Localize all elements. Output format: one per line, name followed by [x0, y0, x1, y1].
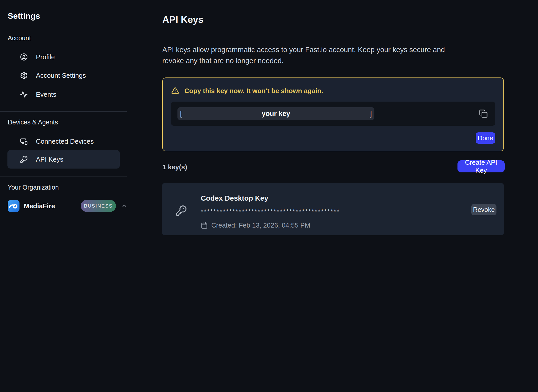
sidebar-title: Settings [8, 11, 40, 21]
done-button[interactable]: Done [476, 132, 495, 144]
close-bracket: ] [370, 110, 372, 118]
copy-icon [479, 109, 488, 118]
copy-key-button[interactable] [478, 109, 489, 119]
page-description-line1: API keys allow programmatic access to yo… [162, 44, 445, 55]
sidebar-item-label: API Keys [36, 155, 63, 163]
plan-badge: BUSINESS [81, 200, 116, 212]
create-api-key-button[interactable]: Create API Key [457, 160, 505, 172]
settings-page: { "sidebar": { "title": "Settings", "sec… [0, 0, 538, 392]
api-key-field[interactable]: [ your key ] [171, 102, 495, 126]
sidebar-item-label: Account Settings [36, 72, 86, 80]
calendar-icon [201, 222, 208, 229]
section-label-devices-agents: Devices & Agents [8, 119, 58, 126]
settings-sidebar: Settings Account Profile Account Setting… [0, 0, 136, 392]
sidebar-item-profile[interactable]: Profile [7, 48, 120, 66]
copy-key-warning-banner: Copy this key now. It won't be shown aga… [162, 77, 504, 151]
activity-icon [20, 91, 28, 98]
sidebar-item-label: Profile [36, 53, 55, 61]
api-key-card-body: Codex Desktop Key **********************… [201, 194, 340, 229]
masked-key-value: ****************************************… [201, 208, 340, 215]
chevron-up-icon[interactable] [121, 203, 127, 209]
mediafire-logo [8, 200, 19, 212]
created-row: Created: Feb 13, 2026, 04:55 PM [201, 221, 340, 229]
sidebar-divider [0, 111, 127, 112]
revoke-button[interactable]: Revoke [471, 204, 496, 215]
organization-row[interactable]: MediaFire BUSINESS [0, 200, 136, 212]
api-key-card: Codex Desktop Key **********************… [162, 183, 504, 235]
gear-icon [20, 72, 28, 79]
page-description-line2: revoke any that are no longer needed. [162, 55, 445, 66]
warning-row: Copy this key now. It won't be shown aga… [171, 87, 323, 95]
api-key-selected-text[interactable]: [ your key ] [177, 107, 374, 120]
section-label-account: Account [8, 34, 31, 42]
section-label-your-organization: Your Organization [8, 184, 59, 191]
organization-name: MediaFire [24, 202, 55, 210]
sidebar-item-connected-devices[interactable]: Connected Devices [7, 132, 120, 151]
sidebar-divider [0, 176, 127, 177]
warning-message: Copy this key now. It won't be shown aga… [184, 87, 323, 95]
sidebar-item-account-settings[interactable]: Account Settings [7, 66, 120, 85]
sidebar-item-label: Events [36, 91, 56, 99]
keys-count: 1 key(s) [162, 163, 187, 171]
page-description: API keys allow programmatic access to yo… [162, 44, 445, 66]
page-title: API Keys [162, 14, 203, 25]
monitor-smartphone-icon [20, 138, 28, 145]
open-bracket: [ [180, 110, 182, 118]
api-key-value: your key [262, 110, 290, 118]
created-timestamp: Created: Feb 13, 2026, 04:55 PM [211, 221, 310, 229]
key-icon [20, 155, 28, 163]
sidebar-item-api-keys-selected[interactable]: API Keys [7, 150, 120, 169]
api-key-name: Codex Desktop Key [201, 194, 340, 202]
user-circle-icon [20, 53, 28, 61]
sidebar-item-label: Connected Devices [36, 138, 94, 145]
key-icon [176, 205, 187, 216]
sidebar-item-events[interactable]: Events [7, 85, 120, 104]
warning-triangle-icon [171, 87, 179, 95]
